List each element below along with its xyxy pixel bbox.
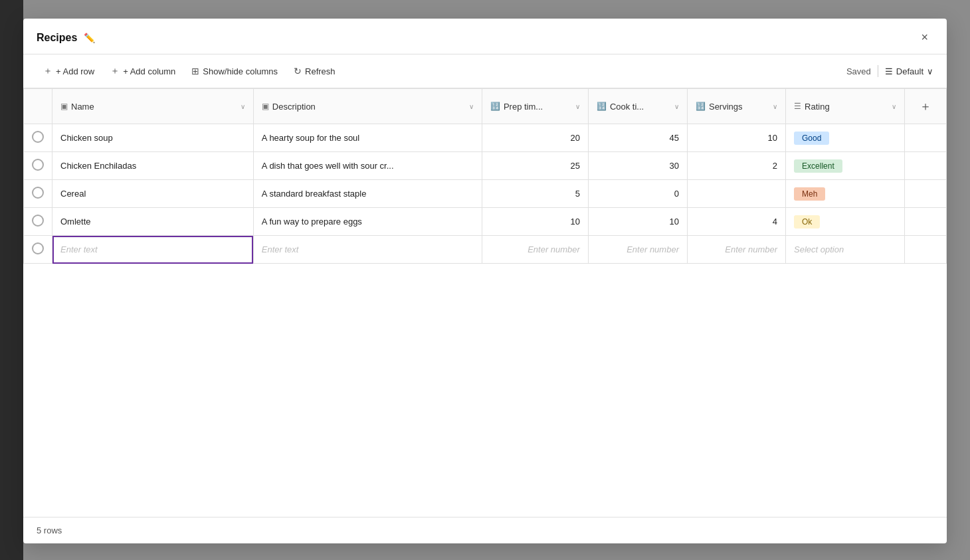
servings-sort-icon[interactable]: ∨ <box>773 103 777 110</box>
column-header-name[interactable]: ▣ Name ∨ <box>52 89 254 124</box>
toolbar: ＋ + Add row ＋ + Add column ⊞ Show/hide c… <box>23 54 947 88</box>
cell-name-0[interactable]: Chicken soup <box>52 124 254 152</box>
new-row-checkbox-circle[interactable] <box>32 242 44 254</box>
cell-name-2[interactable]: Cereal <box>52 180 254 208</box>
cell-prep-0[interactable]: 20 <box>482 124 588 152</box>
name-col-label: Name <box>71 102 94 112</box>
checkbox-circle-1[interactable] <box>32 159 44 171</box>
refresh-icon: ↻ <box>294 66 302 76</box>
rating-badge-2: Meh <box>794 187 825 201</box>
show-hide-icon: ⊞ <box>191 66 199 76</box>
table-row: Cereal A standard breakfast staple 5 0 M… <box>24 180 947 208</box>
new-row-servings-cell[interactable]: Enter number <box>687 236 785 264</box>
rating-col-label: Rating <box>805 102 830 112</box>
cell-extra-0 <box>905 124 947 152</box>
new-row-cook-cell[interactable]: Enter number <box>588 236 687 264</box>
cell-prep-1[interactable]: 25 <box>482 152 588 180</box>
rows-count-label: 5 rows <box>37 525 62 535</box>
desc-sort-icon[interactable]: ∨ <box>469 103 474 110</box>
cell-desc-0[interactable]: A hearty soup for the soul <box>253 124 482 152</box>
close-button[interactable]: × <box>916 28 933 47</box>
add-column-header-button[interactable]: ＋ <box>913 96 938 117</box>
cell-cook-3[interactable]: 10 <box>588 208 687 236</box>
new-row-extra <box>905 236 947 264</box>
rating-badge-1: Excellent <box>794 159 842 173</box>
recipes-table: ▣ Name ∨ ▣ Description ∨ <box>23 88 947 264</box>
prep-sort-icon[interactable]: ∨ <box>575 103 580 110</box>
desc-col-label: Description <box>272 102 316 112</box>
row-checkbox-0[interactable] <box>24 124 52 152</box>
name-sort-icon[interactable]: ∨ <box>241 103 245 110</box>
new-row-prep-cell[interactable]: Enter number <box>482 236 588 264</box>
cell-servings-2[interactable] <box>687 180 785 208</box>
cell-extra-2 <box>905 180 947 208</box>
rating-badge-3: Ok <box>794 215 820 229</box>
refresh-button[interactable]: ↻ Refresh <box>287 62 342 80</box>
row-checkbox-2[interactable] <box>24 180 52 208</box>
cell-extra-1 <box>905 152 947 180</box>
add-row-button[interactable]: ＋ + Add row <box>37 61 101 81</box>
chevron-down-icon: ∨ <box>927 66 933 76</box>
cell-cook-2[interactable]: 0 <box>588 180 687 208</box>
desc-col-icon: ▣ <box>262 102 269 111</box>
cell-desc-2[interactable]: A standard breakfast staple <box>253 180 482 208</box>
table-row: Omlette A fun way to prepare eggs 10 10 … <box>24 208 947 236</box>
column-header-cook-time[interactable]: 🔢 Cook ti... ∨ <box>588 89 687 124</box>
cell-rating-1[interactable]: Excellent <box>786 152 905 180</box>
add-row-icon: ＋ <box>43 65 52 77</box>
cell-prep-2[interactable]: 5 <box>482 180 588 208</box>
rating-sort-icon[interactable]: ∨ <box>892 103 896 110</box>
edit-title-icon[interactable]: ✏️ <box>84 33 95 43</box>
cell-servings-3[interactable]: 4 <box>687 208 785 236</box>
cook-col-icon: 🔢 <box>597 102 607 111</box>
rating-badge-0: Good <box>794 132 829 145</box>
servings-col-icon: 🔢 <box>696 102 706 111</box>
column-header-prep-time[interactable]: 🔢 Prep tim... ∨ <box>482 89 588 124</box>
add-column-header[interactable]: ＋ <box>905 89 947 124</box>
checkbox-circle-0[interactable] <box>32 131 44 143</box>
name-col-icon: ▣ <box>60 102 68 111</box>
new-row-desc-cell[interactable]: Enter text <box>253 236 482 264</box>
cell-cook-1[interactable]: 30 <box>588 152 687 180</box>
add-column-icon: ＋ <box>110 65 120 77</box>
cell-servings-1[interactable]: 2 <box>687 152 785 180</box>
cell-extra-3 <box>905 208 947 236</box>
row-checkbox-3[interactable] <box>24 208 52 236</box>
cell-name-3[interactable]: Omlette <box>52 208 254 236</box>
cell-prep-3[interactable]: 10 <box>482 208 588 236</box>
table-row: Chicken soup A hearty soup for the soul … <box>24 124 947 152</box>
checkbox-circle-3[interactable] <box>32 215 44 227</box>
column-header-description[interactable]: ▣ Description ∨ <box>253 89 482 124</box>
new-row-checkbox[interactable] <box>24 236 52 264</box>
column-header-servings[interactable]: 🔢 Servings ∨ <box>687 89 785 124</box>
new-row: Enter text Enter text Enter number Enter… <box>24 236 947 264</box>
cell-desc-1[interactable]: A dish that goes well with sour cr... <box>253 152 482 180</box>
show-hide-columns-button[interactable]: ⊞ Show/hide columns <box>185 62 284 80</box>
cell-rating-2[interactable]: Meh <box>786 180 905 208</box>
saved-label: Saved <box>846 66 871 76</box>
modal-title: Recipes <box>37 32 77 44</box>
cell-servings-0[interactable]: 10 <box>687 124 785 152</box>
list-view-icon: ☰ <box>885 66 893 76</box>
default-view-button[interactable]: ☰ Default ∨ <box>885 66 933 76</box>
row-checkbox-1[interactable] <box>24 152 52 180</box>
column-header-rating[interactable]: ☰ Rating ∨ <box>786 89 905 124</box>
rating-col-icon: ☰ <box>794 102 801 111</box>
table-footer: 5 rows <box>23 517 947 543</box>
cook-sort-icon[interactable]: ∨ <box>674 103 679 110</box>
servings-col-label: Servings <box>709 102 743 112</box>
new-row-rating-cell[interactable]: Select option <box>786 236 905 264</box>
new-row-name-cell[interactable]: Enter text <box>52 236 254 264</box>
cell-rating-0[interactable]: Good <box>786 124 905 152</box>
checkbox-circle-2[interactable] <box>32 187 44 199</box>
cell-cook-0[interactable]: 45 <box>588 124 687 152</box>
prep-col-label: Prep tim... <box>504 102 543 112</box>
cook-col-label: Cook ti... <box>610 102 644 112</box>
checkbox-header <box>24 89 52 124</box>
add-column-button[interactable]: ＋ + Add column <box>104 61 182 81</box>
cell-desc-3[interactable]: A fun way to prepare eggs <box>253 208 482 236</box>
table-header-row: ▣ Name ∨ ▣ Description ∨ <box>24 89 947 124</box>
cell-rating-3[interactable]: Ok <box>786 208 905 236</box>
modal-header: Recipes ✏️ × <box>23 19 947 54</box>
cell-name-1[interactable]: Chicken Enchiladas <box>52 152 254 180</box>
